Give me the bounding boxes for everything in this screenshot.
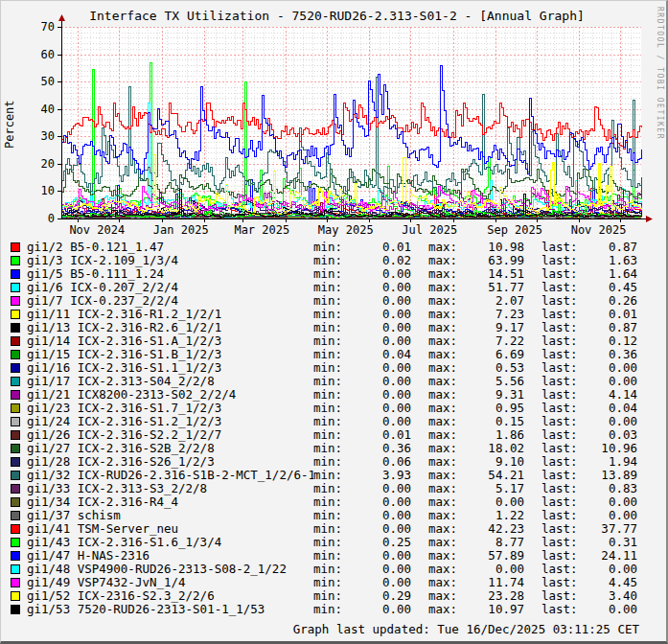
max-label: max:	[428, 509, 461, 522]
legend-series-label: gi1/6 ICX-0.207_2/2/4	[27, 281, 313, 294]
min-value: 0.00	[346, 361, 411, 375]
legend-swatch	[11, 417, 20, 426]
legend-row: gi1/13 ICX-2.316-R2.6_1/2/1 min: 0.00 ma…	[1, 321, 666, 334]
max-label: max:	[428, 603, 461, 616]
legend-series-label: gi1/16 ICX-2.316-S1.1_1/2/3	[27, 361, 313, 375]
legend-swatch	[11, 283, 20, 292]
legend: gi1/2 B5-0.121_1.47 min: 0.01 max: 10.98…	[1, 241, 666, 616]
min-value: 0.00	[346, 321, 411, 334]
min-value: 0.00	[346, 375, 411, 388]
max-label: max:	[428, 563, 461, 576]
min-value: 0.00	[346, 415, 411, 428]
min-label: min:	[313, 536, 346, 549]
min-label: min:	[313, 267, 346, 281]
min-value: 0.00	[346, 334, 411, 348]
legend-swatch	[11, 444, 20, 453]
legend-swatch	[11, 524, 20, 534]
legend-swatch	[11, 323, 20, 333]
legend-row: gi1/43 ICX-2.316-S1.6_1/3/4 min: 0.25 ma…	[1, 536, 666, 549]
legend-row: gi1/15 ICX-2.316-S1.B_1/2/3 min: 0.04 ma…	[1, 348, 666, 361]
min-label: min:	[313, 334, 346, 348]
last-label: last:	[541, 509, 582, 522]
max-value: 8.77	[461, 536, 524, 549]
x-axis-tick-label: Jul 2025	[402, 223, 457, 237]
max-value: 10.97	[461, 603, 524, 616]
legend-row: gi1/2 B5-0.121_1.47 min: 0.01 max: 10.98…	[1, 241, 666, 254]
min-label: min:	[313, 563, 346, 576]
x-axis-tick-label: Jan 2025	[153, 223, 209, 237]
min-label: min:	[313, 415, 346, 428]
min-value: 0.00	[346, 509, 411, 522]
max-label: max:	[428, 294, 461, 308]
legend-swatch	[11, 377, 20, 386]
last-label: last:	[541, 321, 582, 334]
min-value: 0.00	[346, 388, 411, 402]
legend-row: gi1/14 ICX-2.316-S1.A_1/2/3 min: 0.00 ma…	[1, 334, 666, 348]
min-label: min:	[313, 428, 346, 442]
y-axis-tick-label: 0	[48, 212, 55, 225]
legend-swatch	[11, 484, 20, 494]
last-value: 1.63	[582, 254, 637, 267]
legend-series-label: gi1/23 ICX-2.316-S1.7_1/2/3	[27, 402, 313, 415]
last-value: 13.89	[582, 469, 637, 482]
max-label: max:	[428, 589, 461, 603]
legend-row: gi1/11 ICX-2.316-R1.2_1/2/1 min: 0.00 ma…	[1, 308, 666, 321]
last-value: 0.87	[582, 241, 637, 254]
last-label: last:	[541, 254, 582, 267]
min-value: 0.00	[346, 281, 411, 294]
last-label: last:	[541, 495, 582, 509]
last-value: 1.94	[582, 455, 637, 469]
min-value: 0.00	[346, 402, 411, 415]
legend-swatch	[11, 497, 20, 507]
max-value: 9.31	[461, 388, 524, 402]
legend-swatch	[11, 363, 20, 373]
legend-swatch	[11, 591, 20, 601]
legend-series-label: gi1/47 H-NAS-2316	[27, 549, 313, 563]
last-value: 0.00	[582, 361, 637, 375]
max-value: 63.99	[461, 254, 524, 267]
legend-row: gi1/16 ICX-2.316-S1.1_1/2/3 min: 0.00 ma…	[1, 361, 666, 375]
legend-series-label: gi1/37 schism	[27, 509, 313, 522]
legend-row: gi1/26 ICX-2.316-S2.2_1/2/7 min: 0.01 ma…	[1, 428, 666, 442]
min-label: min:	[313, 549, 346, 563]
min-label: min:	[313, 509, 346, 522]
last-value: 0.00	[582, 375, 637, 388]
x-axis-tick-label: Sep 2025	[487, 223, 542, 237]
last-value: 0.00	[582, 563, 637, 576]
min-value: 0.00	[346, 482, 411, 495]
last-value: 0.26	[582, 294, 637, 308]
legend-row: gi1/27 ICX-2.316-S2B_2/2/8 min: 0.36 max…	[1, 442, 666, 455]
max-label: max:	[428, 495, 461, 509]
last-value: 0.36	[582, 348, 637, 361]
last-label: last:	[541, 281, 582, 294]
last-value: 0.03	[582, 428, 637, 442]
legend-row: gi1/34 ICX-2.316-R4_4 min: 0.00 max: 0.0…	[1, 495, 666, 509]
x-axis-tick-label: May 2025	[318, 223, 374, 237]
max-label: max:	[428, 415, 461, 428]
min-label: min:	[313, 308, 346, 321]
max-label: max:	[428, 267, 461, 281]
min-value: 3.93	[346, 469, 411, 482]
legend-series-label: gi1/3 ICX-2.109_1/3/4	[27, 254, 313, 267]
max-label: max:	[428, 375, 461, 388]
y-axis-tick-label: 30	[41, 129, 55, 143]
last-label: last:	[541, 589, 582, 603]
min-value: 0.00	[346, 563, 411, 576]
legend-series-label: gi1/49 VSP7432-JvN_1/4	[27, 576, 313, 589]
min-label: min:	[313, 281, 346, 294]
last-value: 0.00	[582, 603, 637, 616]
legend-series-label: gi1/41 TSM-Server_neu	[27, 522, 313, 536]
max-value: 42.23	[461, 522, 524, 536]
max-value: 18.02	[461, 442, 524, 455]
legend-series-label: gi1/33 ICX-2.313-S3_2/2/8	[27, 482, 313, 495]
min-value: 0.01	[346, 428, 411, 442]
legend-swatch	[11, 242, 20, 252]
last-label: last:	[541, 308, 582, 321]
last-label: last:	[541, 576, 582, 589]
min-value: 0.00	[346, 308, 411, 321]
last-value: 24.11	[582, 549, 637, 563]
legend-row: gi1/7 ICX-0.237_2/2/4 min: 0.00 max: 2.0…	[1, 294, 666, 308]
last-value: 0.01	[582, 308, 637, 321]
legend-swatch	[11, 269, 20, 279]
last-label: last:	[541, 428, 582, 442]
